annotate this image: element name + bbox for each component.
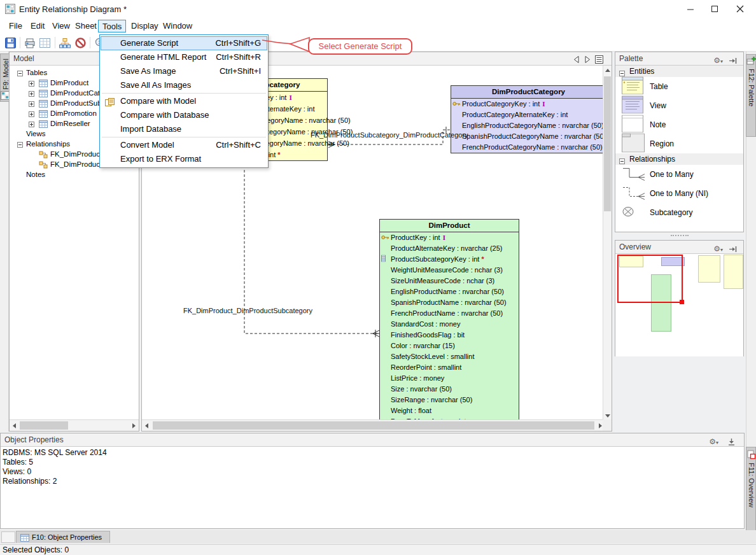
model-tree-hscrollbar[interactable] — [10, 419, 139, 431]
menu-view[interactable]: View — [48, 20, 74, 32]
canvas-vscrollbar[interactable] — [603, 66, 612, 421]
entity-column[interactable]: ProductKey : intI — [380, 232, 519, 243]
overview-panel-tab[interactable]: F11: Overview — [746, 447, 756, 538]
scroll-right-arrow[interactable] — [132, 423, 136, 428]
entity-column[interactable]: ProductAlternateKey : nvarchar (25) — [380, 243, 519, 254]
delete-disabled-icon[interactable] — [73, 36, 87, 50]
menu-edit[interactable]: Edit — [27, 20, 48, 32]
palette-item-one-to-many-ni[interactable]: One to Many (NI) — [615, 184, 743, 203]
panel-splitter[interactable] — [615, 232, 744, 240]
overview-viewport-handle[interactable] — [680, 300, 684, 304]
scroll-up-arrow[interactable] — [605, 69, 610, 72]
expand-toggle-icon[interactable] — [29, 80, 34, 88]
menu-item-compare-with-database[interactable]: Compare with Database — [101, 108, 267, 122]
scroll-thumb[interactable] — [20, 421, 68, 430]
entity-column[interactable]: WeightUnitMeasureCode : nchar (3) — [380, 265, 519, 276]
property-line: Tables: 5 — [1, 458, 744, 467]
entity-column[interactable]: EnglishProductCategoryName : nvarchar (5… — [451, 120, 606, 131]
column-definition: Weight : float — [391, 407, 431, 414]
entity-column[interactable]: FinishedGoodsFlag : bit — [380, 330, 519, 341]
column-definition: ReorderPoint : smallint — [391, 363, 461, 371]
maximize-button[interactable] — [705, 0, 724, 18]
entity-dimproduct[interactable]: DimProductProductKey : intIProductAltern… — [379, 219, 519, 428]
palette-item-label: One to Many (NI) — [650, 189, 708, 198]
expand-toggle-icon[interactable] — [29, 111, 34, 118]
entity-column[interactable]: FrenchProductName : nvarchar (50) — [380, 308, 519, 319]
print-button[interactable] — [23, 36, 37, 50]
close-button[interactable] — [731, 0, 750, 18]
overview-tab-label: F11: Overview — [748, 463, 755, 507]
status-bar: Selected Objects: 0 — [0, 544, 756, 555]
scroll-left-arrow[interactable] — [13, 423, 16, 428]
menu-sheet[interactable]: Sheet — [71, 20, 101, 32]
collapse-toggle-icon[interactable] — [17, 70, 23, 78]
menu-file[interactable]: File — [5, 20, 26, 32]
save-button[interactable] — [3, 36, 17, 50]
menu-item-convert-model[interactable]: Convert ModelCtrl+Shift+C — [101, 138, 267, 152]
model-panel-tab[interactable]: F9: Model — [0, 53, 10, 102]
palette-item-table[interactable]: Table — [615, 77, 743, 96]
palette-panel-tab[interactable]: F12: Palette — [746, 54, 756, 137]
palette-item-label: View — [650, 101, 666, 110]
entity-column[interactable]: StandardCost : money — [380, 319, 519, 330]
menu-window[interactable]: Window — [159, 20, 196, 32]
entity-column[interactable]: SizeUnitMeasureCode : nchar (3) — [380, 276, 519, 286]
expand-toggle-icon[interactable] — [29, 121, 34, 129]
entity-column[interactable]: Color : nvarchar (15) — [380, 341, 519, 351]
entity-column[interactable]: ProductCategoryKey : intI — [451, 99, 606, 109]
entity-column[interactable]: ProductCategoryAlternateKey : int — [451, 109, 606, 120]
entity-column[interactable]: ListPrice : money — [380, 373, 519, 384]
overview-minimap[interactable] — [615, 254, 743, 356]
menu-item-compare-with-model[interactable]: Compare with Model — [101, 94, 267, 108]
entity-column[interactable]: ProductSubcategoryKey : int* — [380, 254, 519, 265]
relationship-label[interactable]: FK_DimProduct_DimProductSubcategory — [183, 307, 312, 314]
scroll-right-arrow[interactable] — [599, 423, 602, 428]
menu-item-generate-html-report[interactable]: Generate HTML ReportCtrl+Shift+R — [101, 50, 267, 64]
relationship-label[interactable]: FK_DimProductSubcategory_DimProductCateg… — [311, 131, 468, 139]
menu-item-save-as-image[interactable]: Save As ImageCtrl+Shift+I — [101, 64, 267, 78]
menu-item-save-all-as-images[interactable]: Save All As Images — [101, 78, 267, 92]
entity-column[interactable]: SafetyStockLevel : smallint — [380, 351, 519, 362]
auto-layout-button[interactable] — [58, 36, 72, 50]
palette-item-subcategory[interactable]: Subcategory — [615, 203, 743, 222]
entity-column[interactable]: EnglishProductName : nvarchar (50) — [380, 286, 519, 297]
palette-section-relationships[interactable]: Relationships — [615, 153, 743, 165]
canvas-hscrollbar[interactable] — [142, 419, 604, 431]
palette-item-one-to-many[interactable]: One to Many — [615, 165, 743, 184]
collapse-toggle-icon[interactable] — [17, 141, 23, 149]
object-properties-tab[interactable]: F10: Object Properties — [16, 531, 110, 543]
minimize-button[interactable] — [681, 0, 700, 18]
scroll-left-arrow[interactable] — [145, 423, 148, 428]
menu-item-import-database[interactable]: Import Database — [101, 122, 267, 136]
scroll-thumb[interactable] — [604, 76, 611, 211]
entity-column[interactable]: SpanishProductCategoryName : nvarchar (5… — [451, 131, 606, 142]
scroll-thumb[interactable] — [153, 421, 594, 430]
grid-button[interactable] — [38, 36, 52, 50]
menu-item-generate-script[interactable]: Generate ScriptCtrl+Shift+G — [101, 36, 267, 50]
object-properties-title: Object Properties — [4, 435, 64, 444]
entity-column[interactable]: FrenchProductCategoryName : nvarchar (50… — [451, 142, 606, 153]
expand-toggle-icon[interactable] — [29, 101, 34, 108]
entity-column[interactable]: SpanishProductName : nvarchar (50) — [380, 297, 519, 308]
column-definition: SafetyStockLevel : smallint — [391, 353, 474, 360]
entity-column[interactable]: Weight : float — [380, 405, 519, 416]
palette-item-region[interactable]: Region — [615, 134, 743, 153]
menu-item-export-to-erx-format[interactable]: Export to ERX Format — [101, 152, 267, 166]
scroll-down-arrow[interactable] — [605, 414, 610, 418]
palette-section-entities[interactable]: Entities — [615, 66, 743, 77]
property-line: Relationships: 2 — [1, 477, 744, 486]
thumb-view-icon — [622, 96, 643, 116]
table-icon — [39, 90, 48, 99]
fk-marker: * — [481, 255, 484, 263]
entity-column[interactable]: ReorderPoint : smallint — [380, 362, 519, 373]
palette-item-note[interactable]: Note — [615, 115, 743, 134]
menu-item-shortcut: Ctrl+Shift+I — [220, 64, 261, 78]
palette-item-view[interactable]: View — [615, 96, 743, 115]
menu-tools[interactable]: Tools — [98, 20, 126, 32]
entity-column[interactable]: Size : nvarchar (50) — [380, 384, 519, 395]
overview-viewport[interactable] — [617, 255, 683, 303]
expand-toggle-icon[interactable] — [29, 90, 34, 98]
menu-display[interactable]: Display — [127, 20, 162, 32]
entity-column[interactable]: SizeRange : nvarchar (50) — [380, 395, 519, 405]
entity-dimproductcategory[interactable]: DimProductCategoryProductCategoryKey : i… — [451, 85, 606, 153]
